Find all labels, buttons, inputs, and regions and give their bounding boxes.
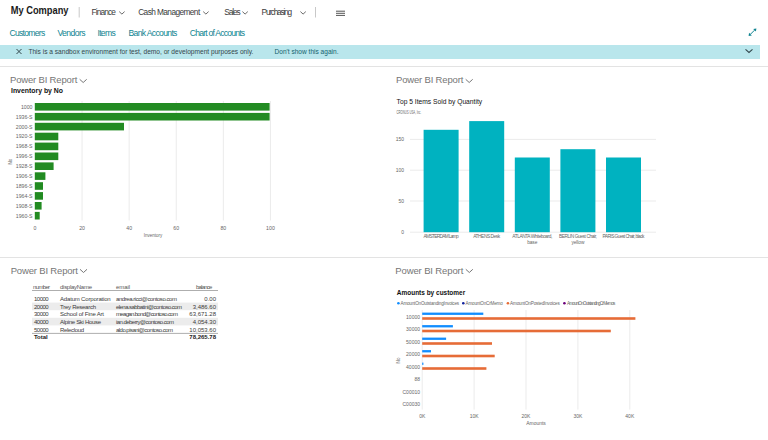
svg-text:20K: 20K (522, 413, 532, 419)
svg-text:BERLIN Guest Chair,: BERLIN Guest Chair, (559, 234, 597, 239)
svg-text:63,671.28: 63,671.28 (189, 311, 216, 317)
svg-text:CRONUS USA, Inc.: CRONUS USA, Inc. (397, 110, 422, 115)
svg-text:60: 60 (173, 225, 179, 231)
svg-text:PARIS Guest Chair, black: PARIS Guest Chair, black (603, 234, 646, 239)
svg-text:80: 80 (220, 225, 226, 231)
svg-text:20000: 20000 (406, 351, 420, 357)
svg-text:ATLANTA Whiteboard,: ATLANTA Whiteboard, (512, 234, 552, 239)
svg-text:Amounts by customer: Amounts by customer (397, 288, 466, 297)
svg-text:1920-S: 1920-S (16, 133, 33, 139)
svg-text:20: 20 (79, 225, 85, 231)
svg-text:1960-S: 1960-S (16, 213, 33, 219)
svg-text:1908-S: 1908-S (16, 203, 33, 209)
svg-text:1964-S: 1964-S (16, 193, 33, 199)
svg-text:andrea.ricci@contoso.com: andrea.ricci@contoso.com (116, 296, 177, 302)
svg-text:Top 5 Items Sold by Quantity: Top 5 Items Sold by Quantity (397, 98, 483, 106)
svg-text:20000: 20000 (34, 304, 49, 310)
svg-text:Customers: Customers (9, 28, 45, 38)
svg-text:Alpine Ski House: Alpine Ski House (60, 319, 102, 325)
svg-text:30000: 30000 (34, 311, 49, 317)
svg-text:1896-S: 1896-S (16, 183, 33, 189)
svg-text:Finance: Finance (92, 7, 117, 17)
svg-text:Purchasing: Purchasing (262, 7, 293, 17)
svg-text:Adatum Corporation: Adatum Corporation (60, 296, 111, 302)
svg-text:Don't show this again.: Don't show this again. (275, 47, 339, 56)
svg-text:Cash Management: Cash Management (138, 7, 201, 17)
svg-text:AmountOnCrMemo: AmountOnCrMemo (466, 301, 504, 306)
svg-text:yellow: yellow (571, 240, 585, 245)
svg-text:3,486.60: 3,486.60 (193, 304, 217, 310)
svg-text:C00030: C00030 (402, 401, 420, 407)
svg-text:88: 88 (414, 376, 420, 382)
svg-text:aldo.pisani@contoso.com: aldo.pisani@contoso.com (116, 327, 173, 333)
svg-text:50000: 50000 (34, 327, 49, 333)
svg-text:Power BI Report: Power BI Report (10, 74, 78, 85)
svg-text:0.00: 0.00 (204, 296, 216, 302)
svg-text:1936-S: 1936-S (16, 114, 33, 120)
svg-text:AMSTERDAM Lamp: AMSTERDAM Lamp (424, 234, 459, 239)
svg-text:Total: Total (34, 334, 48, 340)
svg-text:1906-S: 1906-S (16, 173, 33, 179)
svg-text:78,265.78: 78,265.78 (189, 334, 216, 340)
svg-text:Inventory: Inventory (144, 233, 163, 238)
svg-text:10000: 10000 (34, 296, 49, 302)
svg-text:1000: 1000 (21, 104, 33, 110)
svg-text:100: 100 (266, 225, 275, 231)
svg-text:0: 0 (401, 229, 404, 235)
svg-text:10K: 10K (470, 413, 480, 419)
svg-text:1996-S: 1996-S (16, 153, 33, 159)
svg-text:40: 40 (126, 225, 132, 231)
svg-text:0: 0 (34, 225, 37, 231)
svg-text:40000: 40000 (34, 319, 49, 325)
svg-text:Items: Items (98, 28, 116, 38)
svg-text:This is a sandbox environment: This is a sandbox environment for test, … (28, 47, 253, 56)
svg-text:Bank Accounts: Bank Accounts (129, 28, 178, 38)
svg-text:AmountOnOutstandingInvoices: AmountOnOutstandingInvoices (401, 301, 460, 306)
svg-text:Power BI Report: Power BI Report (396, 74, 464, 85)
svg-text:Chart of Accounts: Chart of Accounts (190, 28, 245, 38)
svg-text:Vendors: Vendors (57, 28, 85, 38)
svg-text:School of Fine Art: School of Fine Art (60, 311, 104, 317)
svg-text:number: number (33, 284, 50, 290)
svg-text:30K: 30K (573, 413, 583, 419)
svg-text:balance: balance (196, 284, 213, 290)
svg-text:Inventory by No: Inventory by No (11, 86, 63, 95)
svg-text:meagan.bond@contoso.com: meagan.bond@contoso.com (116, 311, 178, 317)
svg-text:50: 50 (398, 198, 404, 204)
svg-text:Trey Research: Trey Research (60, 304, 96, 310)
svg-text:1968-S: 1968-S (16, 143, 33, 149)
svg-text:40000: 40000 (406, 364, 420, 370)
svg-text:Power BI Report: Power BI Report (395, 265, 463, 276)
svg-text:1928-S: 1928-S (16, 163, 33, 169)
svg-text:ATHENS Desk: ATHENS Desk (473, 234, 501, 239)
svg-text:elena.sabbatini@contoso.com: elena.sabbatini@contoso.com (116, 304, 182, 310)
svg-text:10,053.60: 10,053.60 (189, 327, 216, 333)
svg-text:50000: 50000 (406, 339, 420, 345)
svg-text:ian.deberry@contoso.com: ian.deberry@contoso.com (116, 319, 174, 325)
svg-text:My Company: My Company (11, 5, 69, 16)
svg-text:4,054.30: 4,054.30 (193, 319, 217, 325)
svg-text:base: base (527, 240, 537, 245)
svg-text:150: 150 (396, 136, 405, 142)
svg-text:No: No (8, 158, 13, 164)
svg-text:Amounts: Amounts (526, 420, 546, 426)
svg-text:30000: 30000 (406, 326, 420, 332)
svg-text:Relecloud: Relecloud (60, 327, 84, 333)
svg-text:Power BI Report: Power BI Report (11, 265, 79, 276)
svg-text:40K: 40K (625, 413, 635, 419)
svg-text:C00010: C00010 (402, 389, 420, 395)
svg-text:0K: 0K (419, 413, 426, 419)
svg-text:AmountOnPostedInvoices: AmountOnPostedInvoices (510, 301, 560, 306)
svg-text:email: email (116, 284, 130, 290)
svg-text:No: No (396, 357, 401, 363)
svg-text:displayName: displayName (60, 284, 93, 290)
svg-text:2000-S: 2000-S (16, 124, 33, 130)
svg-text:Sales: Sales (224, 7, 240, 17)
svg-text:100: 100 (396, 167, 405, 173)
svg-text:10000: 10000 (406, 314, 420, 320)
svg-text:AmountOnOutstandingCrMemos: AmountOnOutstandingCrMemos (567, 301, 616, 306)
